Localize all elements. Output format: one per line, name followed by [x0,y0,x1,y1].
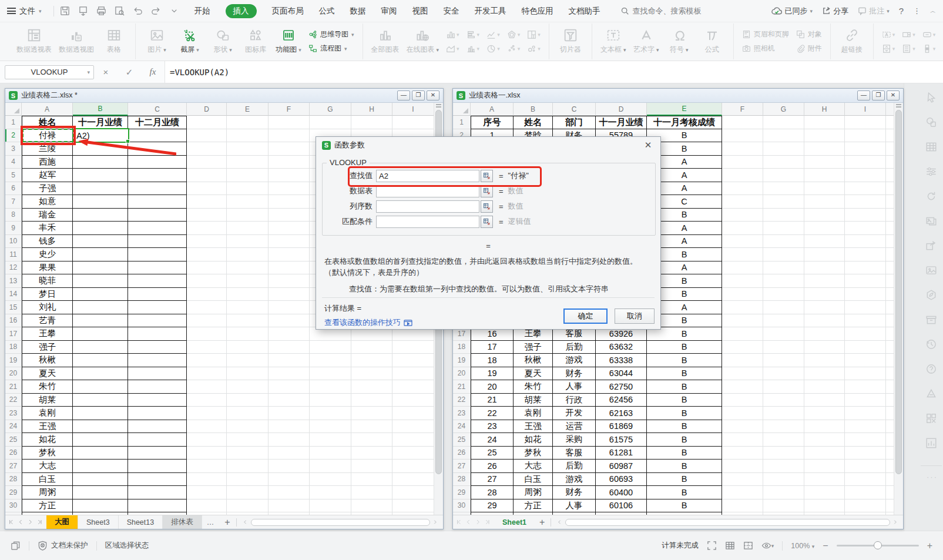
row-header-27[interactable]: 27 [453,460,471,473]
cell-A30[interactable]: 方正 [22,499,73,513]
cell-E9[interactable] [227,222,269,235]
zoom-slider[interactable] [837,545,919,546]
cell-B28[interactable]: 白玉 [514,473,553,487]
cell-I1[interactable] [845,116,886,129]
cell-I18[interactable] [392,341,434,354]
cell-F8[interactable] [722,209,763,222]
cell-G26[interactable] [310,447,351,460]
ribbon-button-艺术字[interactable]: 艺术字▾ [631,27,662,56]
sidebar-table-button[interactable] [925,141,937,153]
cell-G29[interactable] [763,486,804,499]
cell-F1[interactable] [722,116,763,129]
cell-I23[interactable] [845,407,886,420]
cell-I14[interactable] [845,288,886,301]
cell-C3[interactable] [128,142,187,156]
cell-C25[interactable]: 采购 [553,433,596,447]
cell-D13[interactable] [187,274,227,288]
cell-A8[interactable]: 瑞金 [22,209,73,222]
cell-B21[interactable] [73,380,128,394]
cell-C23[interactable] [128,407,187,420]
split-handle[interactable] [436,104,441,108]
cell-F30[interactable] [722,499,763,513]
cell-D12[interactable] [187,261,227,275]
cell-I29[interactable] [392,486,434,499]
cell-D27[interactable]: 60987 [596,460,647,473]
cell-F22[interactable] [722,394,763,407]
cell-H18[interactable] [804,341,845,354]
cell-E25[interactable]: B [647,433,722,447]
cell-F10[interactable] [269,235,310,249]
cell-A24[interactable]: 王强 [22,420,73,434]
row-header-24[interactable]: 24 [453,420,471,434]
help-button[interactable]: ? [899,6,904,16]
cell-C19[interactable] [128,354,187,367]
cell-F9[interactable] [269,222,310,235]
cell-F3[interactable] [269,142,310,156]
range-select-button[interactable] [481,185,493,197]
cell-B30[interactable]: 方正 [514,499,553,513]
cell-I22[interactable] [845,394,886,407]
cell-C19[interactable]: 游戏 [553,354,596,367]
cell-F4[interactable] [722,156,763,169]
column-header-B[interactable]: B [73,103,128,116]
cell-I2[interactable] [845,129,886,143]
cell-C15[interactable] [128,301,187,314]
cell-E20[interactable]: B [647,367,722,381]
cell-F18[interactable] [722,341,763,354]
cell-C9[interactable] [128,222,187,235]
file-menu-button[interactable]: 文件 ▾ [7,6,42,16]
cell-H5[interactable] [804,169,845,182]
cell-I27[interactable] [392,460,434,473]
cell-H30[interactable] [351,499,392,513]
redo-button[interactable] [151,6,161,16]
cell-H7[interactable] [804,195,845,209]
cell-C25[interactable] [128,433,187,447]
cell-E18[interactable]: B [647,341,722,354]
cell-B17[interactable] [73,327,128,341]
cell-A23[interactable]: 22 [471,407,514,420]
cell-A28[interactable]: 白玉 [22,473,73,487]
cell-I9[interactable] [845,222,886,235]
ribbon-button-scrollbar-control[interactable]: ▾ [922,44,936,53]
cell-I28[interactable] [845,473,886,487]
cell-D25[interactable]: 61575 [596,433,647,447]
cell-H17[interactable] [804,327,845,341]
cell-E21[interactable] [227,380,269,394]
row-header-17[interactable]: 17 [5,327,22,341]
cell-H2[interactable] [804,129,845,143]
cell-A19[interactable]: 秋楸 [22,354,73,367]
cell-D28[interactable]: 60693 [596,473,647,487]
sidebar-more-button[interactable]: ··· [927,472,938,481]
cell-E8[interactable] [227,209,269,222]
cell-C27[interactable]: 后勤 [553,460,596,473]
cell-H28[interactable] [804,473,845,487]
function-tips-link[interactable]: 查看该函数的操作技巧 [324,317,412,328]
cell-D26[interactable] [187,447,227,460]
cell-I30[interactable] [392,499,434,513]
ribbon-button-数据透视图[interactable]: 数据透视图 [56,27,96,56]
cell-B1[interactable]: 十一月业绩 [73,116,128,129]
nav-last-button[interactable] [36,518,44,527]
row-header-21[interactable]: 21 [5,380,22,394]
ribbon-button-超链接[interactable]: 超链接 [837,27,867,56]
cell-G26[interactable] [763,447,804,460]
row-header-22[interactable]: 22 [5,394,22,407]
cell-H18[interactable] [351,341,392,354]
sheet-tab-排休表[interactable]: 排休表 [163,515,202,529]
cell-C22[interactable]: 行政 [553,394,596,407]
cell-F28[interactable] [722,473,763,487]
cell-G22[interactable] [310,394,351,407]
cell-B20[interactable]: 夏天 [514,367,553,381]
cell-A30[interactable]: 29 [471,499,514,513]
cell-E21[interactable]: B [647,380,722,394]
menu-tab-文档助手[interactable]: 文档助手 [569,6,600,16]
cell-A20[interactable]: 夏天 [22,367,73,381]
cell-G7[interactable] [763,195,804,209]
row-header-28[interactable]: 28 [5,473,22,487]
vertical-scrollbar[interactable] [894,103,903,515]
cell-A18[interactable]: 强子 [22,341,73,354]
cell-H20[interactable] [351,367,392,381]
cell-E1[interactable] [227,116,269,129]
cell-H12[interactable] [804,261,845,275]
cell-H11[interactable] [804,248,845,261]
